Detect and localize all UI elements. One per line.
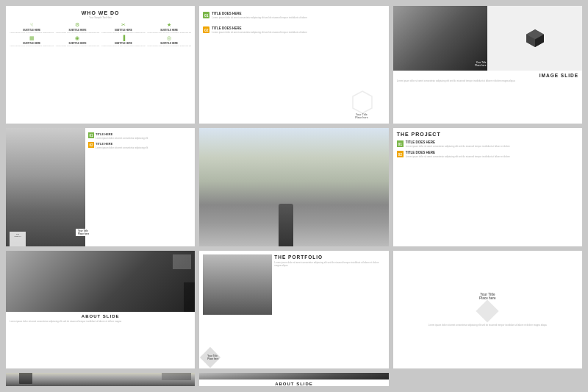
slide6-row2: 02 TITLE DOES HERE Lorem ipsum dolor sit… [397, 151, 578, 158]
svg-marker-0 [353, 91, 372, 113]
slide-center-title: Your TitlePlace here Lorem ipsum dolor s… [393, 251, 582, 368]
slide11-photo [199, 373, 388, 379]
slide10-person [19, 373, 32, 384]
slide4-photo: Your TitlePlace here ICECREAM [6, 128, 85, 246]
slide6-content1: TITLE DOES HERE Lorem ipsum dolor sit am… [406, 140, 510, 148]
slide2-row2: 02 TITLE DOES HERE Lorem ipsum dolor sit… [203, 26, 384, 34]
slide1-icons-grid: ☟ SUBTITLE HERE Lorem ipsum dolor sit am… [10, 22, 191, 48]
slide2-num1: 01 [203, 12, 209, 18]
slide3-img-title: Your TitlePlace here [475, 61, 486, 67]
slide7-photo [6, 251, 195, 312]
slide-bicycle [6, 373, 195, 386]
icon-item-5: ▦ SUBTITLE HERE Lorem ipsum dolor sit am… [10, 35, 54, 47]
slide8-left: Your TitlePlace here [203, 254, 272, 365]
slide4-num1: 01 [88, 132, 94, 138]
slide-photo-list: Your TitlePlace here ICECREAM 01 TITLE H… [6, 128, 195, 246]
slide9-title-place: Your TitlePlace here [479, 293, 496, 300]
icon-item-1: ☟ SUBTITLE HERE Lorem ipsum dolor sit am… [10, 22, 54, 34]
chart-icon: ▦ [29, 35, 35, 41]
slide8-title: THE PORTFOLIO [274, 254, 384, 260]
slide6-num1: 01 [397, 140, 404, 147]
icon-item-4: ★ SUBTITLE HERE Lorem ipsum dolor sit am… [147, 22, 191, 34]
sign-overlay: ICECREAM [10, 232, 26, 246]
slide-who-we-do: WHO WE DO Your Sample Text Here ☟ SUBTIT… [6, 6, 195, 124]
slide3-top: Your TitlePlace here [393, 6, 582, 71]
slide2-content1: TITLE DOES HERE Lorem ipsum dolor sit am… [212, 12, 307, 19]
plant-icon: ☟ [29, 22, 35, 28]
slide-about-office: ABOUT SLIDE Lorem ipsum dolor sit amet c… [6, 251, 195, 368]
slide8-right: THE PORTFOLIO Lorem ipsum dolor sit amet… [274, 254, 384, 365]
slide-the-project: THE PROJECT 01 TITLE DOES HERE Lorem ips… [393, 128, 582, 246]
slide10-stairs [162, 373, 191, 380]
slide3-bottom: IMAGE SLIDE Lorem ipsum dolor sit amet c… [393, 71, 582, 85]
slide6-num2: 02 [397, 151, 404, 157]
slide7-person [184, 282, 195, 312]
bar-icon: ▐ [121, 35, 126, 41]
slide-portfolio: Your TitlePlace here THE PORTFOLIO Lorem… [199, 251, 388, 368]
slide8-portrait [203, 254, 272, 316]
slide3-portrait: Your TitlePlace here [393, 6, 488, 71]
slide-image: Your TitlePlace here IMAGE SLIDE Lorem i… [393, 6, 582, 124]
tools-icon: ✂ [121, 22, 126, 28]
target-icon: ◎ [166, 35, 172, 41]
slide11-overlay [199, 373, 388, 379]
slide4-img-title: Your TitlePlace here [76, 229, 91, 236]
icon-item-8: ◎ SUBTITLE HERE Lorem ipsum dolor sit am… [147, 35, 191, 47]
slide4-row2: 02 TITLE HERE Lorem ipsum dolor sit amet… [88, 142, 192, 149]
slide4-row1: 01 TITLE HERE Lorem ipsum dolor sit amet… [88, 132, 192, 140]
slide-mountain [199, 128, 388, 246]
slide5-bg [199, 128, 388, 246]
slide4-content1: TITLE HERE Lorem ipsum dolor sit amet co… [96, 132, 148, 140]
cube-icon [524, 27, 546, 49]
icon-item-3: ✂ SUBTITLE HERE Lorem ipsum dolor sit am… [101, 22, 146, 34]
award-icon: ★ [166, 22, 172, 28]
slide-about-stairs: ABOUT SLIDE Lorem ipsum dolor sit amet c… [199, 373, 388, 386]
slide7-bottom: ABOUT SLIDE Lorem ipsum dolor sit amet c… [6, 312, 195, 325]
lightbulb-icon: ◉ [74, 35, 80, 41]
icon-item-2: ⚙ SUBTITLE HERE Lorem ipsum dolor sit am… [55, 22, 99, 34]
icon-item-6: ◉ SUBTITLE HERE Lorem ipsum dolor sit am… [55, 35, 99, 47]
slide7-label: ABOUT SLIDE [10, 314, 191, 318]
slide4-right: 01 TITLE HERE Lorem ipsum dolor sit amet… [85, 128, 195, 246]
slide7-screen [173, 254, 191, 269]
hex-decoration [352, 90, 373, 115]
slide-grid: WHO WE DO Your Sample Text Here ☟ SUBTIT… [0, 0, 588, 392]
slide2-row1: 01 TITLE DOES HERE Lorem ipsum dolor sit… [203, 12, 384, 19]
slide-title-numbers: 01 TITLE DOES HERE Lorem ipsum dolor sit… [199, 6, 388, 124]
slide6-content2: TITLE DOES HERE Lorem ipsum dolor sit am… [406, 151, 510, 158]
slide11-label: ABOUT SLIDE [203, 382, 384, 386]
slide1-title: WHO WE DO [10, 10, 191, 15]
slide9-diamond [476, 299, 499, 322]
slide1-subtitle: Your Sample Text Here [10, 16, 191, 19]
slide4-content2: TITLE HERE Lorem ipsum dolor sit amet co… [96, 142, 148, 149]
icon-item-7: ▐ SUBTITLE HERE Lorem ipsum dolor sit am… [101, 35, 146, 47]
slide11-bottom: ABOUT SLIDE Lorem ipsum dolor sit amet c… [199, 379, 388, 386]
slide2-num2: 02 [203, 26, 209, 33]
slide2-content2: TITLE DOES HERE Lorem ipsum dolor sit am… [212, 26, 307, 34]
slide2-title-place: Your TitlePlace here [355, 113, 368, 119]
slide8-title-place: Your TitlePlace here [207, 354, 218, 360]
slide6-title: THE PROJECT [397, 132, 578, 137]
slide3-label: IMAGE SLIDE [397, 73, 578, 78]
slide6-row1: 01 TITLE DOES HERE Lorem ipsum dolor sit… [397, 140, 578, 148]
slide3-cube-area [487, 6, 582, 71]
slide4-num2: 02 [88, 142, 94, 148]
gear-icon: ⚙ [74, 22, 80, 28]
slide5-person [279, 204, 293, 246]
